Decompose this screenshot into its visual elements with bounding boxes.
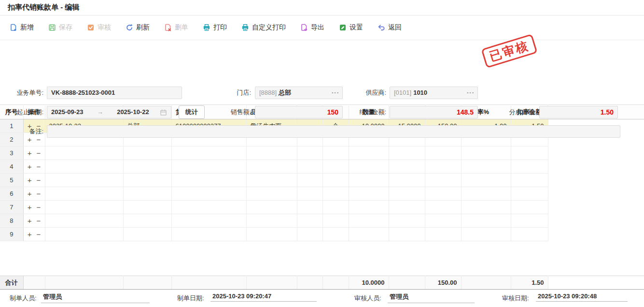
cell-store[interactable] [123,187,171,201]
remove-row-button[interactable]: − [37,217,41,224]
cell-store[interactable] [123,228,171,241]
remove-row-button[interactable]: − [37,190,41,197]
cell-name[interactable] [246,146,297,160]
cell-spec[interactable] [297,187,322,201]
sales-field[interactable]: 150 [255,106,343,118]
cell-name[interactable] [246,201,297,214]
cell-rate[interactable] [461,146,511,160]
supplier-picker-button[interactable]: ··· [467,87,475,99]
cell-rate[interactable] [461,187,511,201]
cell-store[interactable] [123,214,171,228]
remark-field[interactable] [47,125,620,138]
cell-date[interactable] [45,214,123,228]
cell-qty[interactable] [349,187,389,201]
cell-amount[interactable] [425,201,461,214]
cell-qty[interactable] [349,160,389,174]
cell-amount[interactable] [425,228,461,241]
cell-spec[interactable] [297,146,322,160]
add-row-button[interactable]: + [28,204,32,211]
date-range-field[interactable]: 2025-09-23 → 2025-10-22 [47,106,171,118]
share-field[interactable]: 1.50 [539,106,618,118]
cell-unit[interactable] [322,160,349,174]
cell-date[interactable] [45,174,123,187]
cell-item_no[interactable] [171,201,246,214]
statistics-button[interactable]: 统计 [179,105,205,119]
cell-rate[interactable] [461,201,511,214]
settlement-field[interactable]: 148.5 [390,106,478,118]
cell-qty[interactable] [349,228,389,241]
remove-row-button[interactable]: − [37,149,41,157]
cell-name[interactable] [246,214,297,228]
supplier-field[interactable]: [0101]1010 ··· [390,87,478,99]
cell-amount[interactable] [425,160,461,174]
cell-rate[interactable] [461,228,511,241]
cell-name[interactable] [246,187,297,201]
cell-rate_amount[interactable] [511,201,548,214]
cell-rate[interactable] [461,174,511,187]
cell-amount[interactable] [425,174,461,187]
cell-item_no[interactable] [171,214,246,228]
cell-rate_amount[interactable] [511,187,548,201]
toolbar-add-button[interactable]: 新增 [10,23,34,32]
cell-item_no[interactable] [171,146,246,160]
cell-spec[interactable] [297,228,322,241]
toolbar-custom-print-button[interactable]: 自定义打印 [241,23,286,32]
cell-unit[interactable] [322,146,349,160]
business-no-field[interactable]: VK-8888-251023-0001 [47,87,182,99]
cell-price[interactable] [389,174,425,187]
cell-item_no[interactable] [171,228,246,241]
toolbar-back-button[interactable]: 返回 [378,23,402,32]
cell-store[interactable] [123,146,171,160]
cell-rate_amount[interactable] [511,146,548,160]
cell-rate[interactable] [461,160,511,174]
cell-date[interactable] [45,160,123,174]
start-date[interactable]: 2025-09-23 [51,106,84,118]
cell-name[interactable] [246,228,297,241]
cell-price[interactable] [389,187,425,201]
remove-row-button[interactable]: − [37,163,41,170]
cell-amount[interactable] [425,187,461,201]
cell-store[interactable] [123,174,171,187]
add-row-button[interactable]: + [28,149,32,157]
cell-date[interactable] [45,146,123,160]
cell-unit[interactable] [322,214,349,228]
cell-item_no[interactable] [171,187,246,201]
cell-price[interactable] [389,214,425,228]
cell-date[interactable] [45,187,123,201]
toolbar-print-button[interactable]: 打印 [203,23,227,32]
add-row-button[interactable]: + [28,231,32,238]
cell-rate_amount[interactable] [511,214,548,228]
cell-spec[interactable] [297,214,322,228]
cell-rate_amount[interactable] [511,160,548,174]
cell-qty[interactable] [349,174,389,187]
cell-qty[interactable] [349,201,389,214]
cell-spec[interactable] [297,174,322,187]
remove-row-button[interactable]: − [37,204,41,211]
end-date[interactable]: 2025-10-22 [117,106,149,118]
cell-amount[interactable] [425,146,461,160]
cell-unit[interactable] [322,174,349,187]
remove-row-button[interactable]: − [37,231,41,238]
cell-name[interactable] [246,160,297,174]
cell-rate_amount[interactable] [511,228,548,241]
cell-qty[interactable] [349,146,389,160]
cell-rate[interactable] [461,214,511,228]
toolbar-refresh-button[interactable]: 刷新 [126,23,150,32]
cell-spec[interactable] [297,160,322,174]
cell-item_no[interactable] [171,174,246,187]
add-row-button[interactable]: + [28,176,32,184]
cell-store[interactable] [123,201,171,214]
cell-price[interactable] [389,146,425,160]
cell-date[interactable] [45,228,123,241]
cell-rate_amount[interactable] [511,174,548,187]
cell-unit[interactable] [322,187,349,201]
toolbar-export-button[interactable]: 导出 [300,23,324,32]
store-picker-button[interactable]: ··· [332,87,339,99]
cell-unit[interactable] [322,228,349,241]
add-row-button[interactable]: + [28,163,32,170]
cell-price[interactable] [389,201,425,214]
cell-date[interactable] [45,201,123,214]
cell-store[interactable] [123,160,171,174]
cell-item_no[interactable] [171,160,246,174]
add-row-button[interactable]: + [28,190,32,197]
